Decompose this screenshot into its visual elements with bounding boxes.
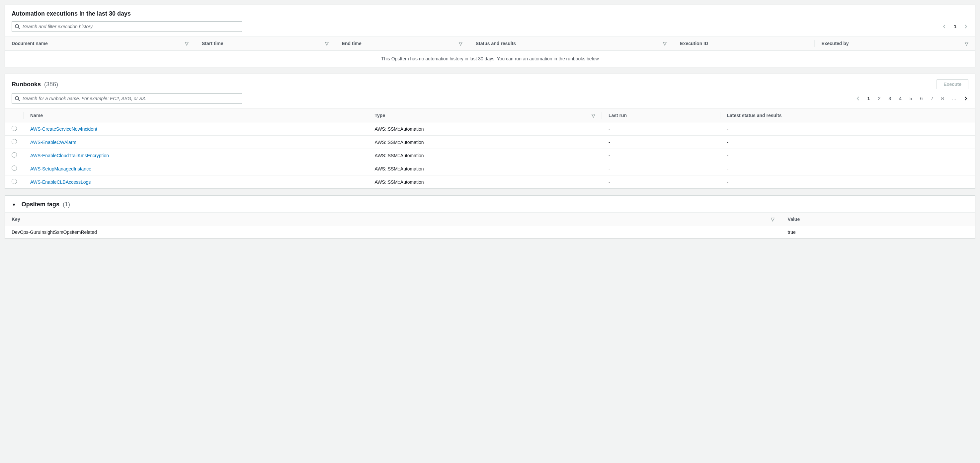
runbook-latest-status: -	[721, 162, 975, 176]
runbooks-title: Runbooks	[12, 81, 41, 88]
automation-search-input[interactable]	[20, 24, 239, 29]
runbooks-panel: Runbooks (386) Execute 1 2 3 4 5 6 7 8 …	[5, 74, 975, 189]
table-row: AWS-EnableCWAlarmAWS::SSM::Automation--	[5, 136, 975, 149]
table-row: AWS-SetupManagedInstanceAWS::SSM::Automa…	[5, 162, 975, 176]
col-latest-status[interactable]: Latest status and results	[721, 109, 975, 122]
col-type[interactable]: Type▽	[368, 109, 602, 122]
runbooks-pager-page-7[interactable]: 7	[929, 95, 934, 102]
svg-line-1	[18, 27, 19, 29]
automation-pager-next[interactable]	[963, 24, 968, 29]
chevron-right-icon	[963, 24, 968, 29]
col-document-name[interactable]: Document name▽	[5, 37, 195, 51]
runbook-type: AWS::SSM::Automation	[368, 162, 602, 176]
runbook-name-link[interactable]: AWS-CreateServiceNowIncident	[30, 126, 97, 132]
automation-pager-current[interactable]: 1	[953, 23, 958, 30]
runbook-last-run: -	[602, 122, 721, 136]
runbook-type: AWS::SSM::Automation	[368, 176, 602, 189]
col-select	[5, 109, 24, 122]
filter-icon[interactable]: ▽	[325, 41, 329, 46]
automation-executions-panel: Automation executions in the last 30 day…	[5, 5, 975, 67]
col-executed-by[interactable]: Executed by▽	[815, 37, 975, 51]
tag-value: true	[781, 226, 975, 238]
table-row: AWS-EnableCLBAccessLogsAWS::SSM::Automat…	[5, 176, 975, 189]
runbooks-pager-page-6[interactable]: 6	[919, 95, 924, 102]
runbook-name-link[interactable]: AWS-EnableCLBAccessLogs	[30, 179, 91, 185]
filter-icon[interactable]: ▽	[185, 41, 189, 46]
runbook-last-run: -	[602, 149, 721, 162]
runbook-name-link[interactable]: AWS-SetupManagedInstance	[30, 166, 91, 171]
table-row: AWS-CreateServiceNowIncidentAWS::SSM::Au…	[5, 122, 975, 136]
search-icon	[14, 96, 20, 101]
table-row: DevOps-GuruInsightSsmOpsItemRelatedtrue	[5, 226, 975, 238]
runbooks-pager-page-5[interactable]: 5	[908, 95, 913, 102]
runbooks-search-input[interactable]	[20, 96, 239, 101]
runbooks-search-box[interactable]	[12, 93, 242, 104]
runbooks-pager-next[interactable]	[963, 96, 968, 101]
execute-button[interactable]: Execute	[937, 79, 968, 89]
col-key[interactable]: Key▽	[5, 212, 781, 226]
runbooks-pager-prev[interactable]	[856, 96, 861, 101]
tags-table: Key▽ Value DevOps-GuruInsightSsmOpsItemR…	[5, 212, 975, 238]
svg-point-2	[15, 97, 19, 100]
row-radio[interactable]	[12, 165, 17, 171]
row-radio[interactable]	[12, 179, 17, 184]
runbooks-pager-page-2[interactable]: 2	[877, 95, 882, 102]
runbooks-pager-page-3[interactable]: 3	[887, 95, 892, 102]
row-radio[interactable]	[12, 126, 17, 131]
svg-point-0	[15, 25, 19, 28]
row-radio[interactable]	[12, 139, 17, 144]
tags-title: OpsItem tags	[22, 201, 59, 208]
col-name[interactable]: Name	[24, 109, 368, 122]
tag-key: DevOps-GuruInsightSsmOpsItemRelated	[5, 226, 781, 238]
svg-line-3	[18, 100, 19, 101]
runbook-latest-status: -	[721, 149, 975, 162]
col-value[interactable]: Value	[781, 212, 975, 226]
opsitem-tags-panel: ▼ OpsItem tags (1) Key▽ Value DevOps-Gur…	[5, 195, 975, 238]
chevron-left-icon	[856, 96, 861, 101]
caret-down-icon[interactable]: ▼	[12, 202, 16, 207]
automation-search-box[interactable]	[12, 21, 242, 32]
tags-count: (1)	[63, 201, 70, 208]
col-execution-id[interactable]: Execution ID	[673, 37, 815, 51]
automation-pager: 1	[942, 23, 968, 30]
runbook-last-run: -	[602, 176, 721, 189]
runbook-name-link[interactable]: AWS-EnableCWAlarm	[30, 140, 76, 145]
runbook-type: AWS::SSM::Automation	[368, 136, 602, 149]
automation-table: Document name▽ Start time▽ End time▽ Sta…	[5, 36, 975, 51]
chevron-left-icon	[942, 24, 947, 29]
runbook-latest-status: -	[721, 176, 975, 189]
runbook-last-run: -	[602, 162, 721, 176]
runbook-latest-status: -	[721, 136, 975, 149]
automation-title: Automation executions in the last 30 day…	[12, 10, 131, 17]
col-last-run[interactable]: Last run	[602, 109, 721, 122]
filter-icon[interactable]: ▽	[592, 113, 595, 118]
runbooks-pager: 1 2 3 4 5 6 7 8 …	[856, 95, 968, 102]
runbook-latest-status: -	[721, 122, 975, 136]
row-radio[interactable]	[12, 152, 17, 157]
col-status-results[interactable]: Status and results▽	[469, 37, 674, 51]
runbooks-pager-page-1[interactable]: 1	[866, 95, 872, 102]
filter-icon[interactable]: ▽	[459, 41, 463, 46]
runbooks-count: (386)	[44, 81, 58, 88]
automation-empty-message: This OpsItem has no automation history i…	[5, 51, 975, 67]
table-row: AWS-EnableCloudTrailKmsEncryptionAWS::SS…	[5, 149, 975, 162]
col-end-time[interactable]: End time▽	[335, 37, 469, 51]
search-icon	[14, 24, 20, 29]
runbooks-pager-page-8[interactable]: 8	[940, 95, 945, 102]
chevron-right-icon	[963, 96, 968, 101]
filter-icon[interactable]: ▽	[771, 217, 775, 222]
runbook-type: AWS::SSM::Automation	[368, 149, 602, 162]
runbook-name-link[interactable]: AWS-EnableCloudTrailKmsEncryption	[30, 153, 109, 158]
filter-icon[interactable]: ▽	[663, 41, 667, 46]
automation-pager-prev[interactable]	[942, 24, 947, 29]
runbooks-pager-page-4[interactable]: 4	[898, 95, 903, 102]
runbook-last-run: -	[602, 136, 721, 149]
col-start-time[interactable]: Start time▽	[195, 37, 335, 51]
runbooks-table: Name Type▽ Last run Latest status and re…	[5, 108, 975, 189]
runbook-type: AWS::SSM::Automation	[368, 122, 602, 136]
runbooks-pager-ellipsis[interactable]: …	[950, 95, 958, 102]
filter-icon[interactable]: ▽	[965, 41, 968, 46]
